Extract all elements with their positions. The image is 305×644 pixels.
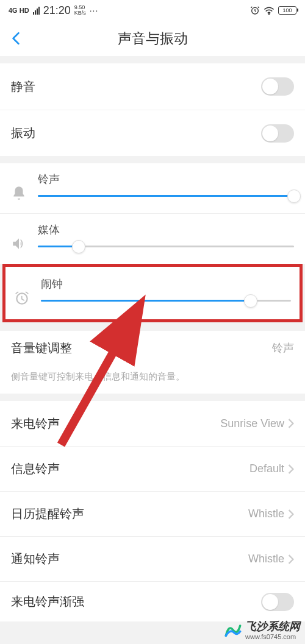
gradual-toggle[interactable] [261, 593, 294, 611]
volume-key-value: 铃声 [272, 341, 294, 355]
battery-icon: 100 [278, 6, 296, 15]
calendar-ringtone-value: Whistle [248, 508, 284, 520]
net-speed: 9.50 KB/s [74, 5, 86, 16]
watermark-url: www.fs0745.com [245, 634, 300, 640]
message-ringtone-value: Default [249, 462, 284, 475]
notify-ringtone-value: Whistle [248, 553, 284, 565]
nav-bar: 声音与振动 [0, 21, 305, 56]
ringtone-slider[interactable] [38, 195, 294, 197]
back-button[interactable] [9, 31, 23, 46]
network-label: 4G HD [9, 7, 29, 14]
clock-time: 21:20 [43, 4, 71, 17]
status-bar: 4G HD 21:20 9.50 KB/s ··· 100 [0, 0, 305, 21]
speed-unit: KB/s [74, 10, 86, 16]
chevron-right-icon [288, 509, 294, 519]
incoming-ringtone-value: Sunrise View [220, 417, 284, 430]
status-left: 4G HD 21:20 9.50 KB/s ··· [9, 4, 98, 17]
volume-key-label: 音量键调整 [11, 340, 72, 356]
clock-icon [14, 290, 30, 306]
notify-ringtone-row[interactable]: 通知铃声 Whistle [0, 536, 305, 581]
alarm-highlight: 闹钟 [2, 264, 303, 322]
calendar-ringtone-label: 日历提醒铃声 [11, 506, 84, 522]
wifi-icon [264, 6, 274, 15]
gradual-ringtone-label: 来电铃声渐强 [11, 593, 84, 610]
chevron-right-icon [288, 419, 294, 428]
notify-ringtone-label: 通知铃声 [11, 551, 60, 567]
media-slider[interactable] [38, 246, 294, 247]
more-dots: ··· [90, 5, 99, 15]
vibrate-label: 振动 [11, 125, 35, 141]
signal-icon [33, 7, 40, 15]
alarm-slider-row: 闹钟 [5, 271, 300, 316]
volume-key-row[interactable]: 音量键调整 铃声 [0, 331, 305, 365]
mute-label: 静音 [11, 79, 35, 95]
incoming-ringtone-row[interactable]: 来电铃声 Sunrise View [0, 401, 305, 446]
gradual-ringtone-row: 来电铃声渐强 [0, 581, 305, 621]
alarm-slider-label: 闹钟 [41, 277, 291, 291]
watermark-brand: 飞沙系统网 [245, 620, 300, 632]
vibrate-toggle[interactable] [261, 124, 294, 143]
mute-toggle[interactable] [261, 77, 294, 96]
speaker-icon [11, 236, 27, 252]
page-title: 声音与振动 [118, 29, 188, 48]
mute-row: 静音 [0, 63, 305, 110]
message-ringtone-label: 信息铃声 [11, 461, 60, 477]
ringtone-slider-label: 铃声 [38, 172, 294, 186]
alarm-icon [250, 5, 260, 15]
watermark-logo-icon [224, 621, 242, 639]
status-right: 100 [250, 5, 296, 15]
calendar-ringtone-row[interactable]: 日历提醒铃声 Whistle [0, 491, 305, 536]
svg-point-1 [268, 13, 270, 15]
watermark: 飞沙系统网 www.fs0745.com [224, 619, 300, 640]
alarm-slider[interactable] [41, 300, 291, 302]
ringtone-slider-row: 铃声 [0, 163, 305, 213]
battery-level: 100 [282, 7, 292, 13]
media-slider-row: 媒体 [0, 213, 305, 264]
bell-icon [11, 185, 27, 201]
volume-key-desc: 侧音量键可控制来电、信息和通知的音量。 [0, 365, 305, 394]
incoming-ringtone-label: 来电铃声 [11, 416, 60, 432]
chevron-right-icon [288, 554, 294, 564]
vibrate-row: 振动 [0, 110, 305, 156]
message-ringtone-row[interactable]: 信息铃声 Default [0, 446, 305, 491]
chevron-right-icon [288, 464, 294, 474]
media-slider-label: 媒体 [38, 222, 294, 237]
